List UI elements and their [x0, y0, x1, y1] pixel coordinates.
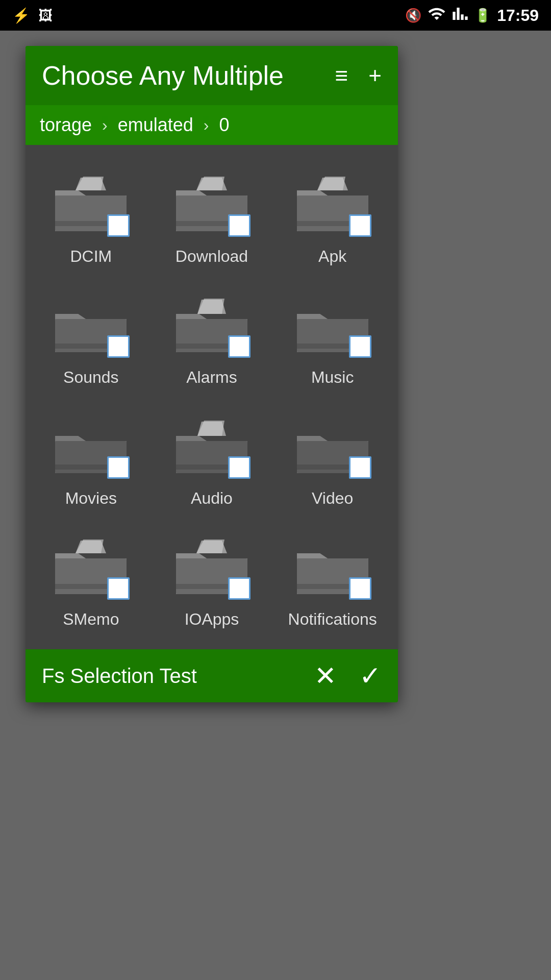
- dialog-footer: Fs Selection Test ✕ ✓: [26, 649, 398, 702]
- svg-marker-25: [176, 314, 207, 319]
- folder-icon-wrapper: [171, 288, 253, 360]
- folder-name-audio: Audio: [191, 489, 233, 508]
- svg-marker-17: [317, 177, 345, 190]
- folder-checkbox-apk[interactable]: [349, 214, 371, 237]
- folder-name-notifications: Notifications: [288, 610, 377, 629]
- folder-item-sounds[interactable]: Sounds: [31, 276, 152, 397]
- folder-icon-wrapper: [50, 167, 132, 239]
- svg-marker-15: [297, 190, 328, 195]
- folder-item-smemo[interactable]: SMemo: [31, 518, 152, 639]
- folder-checkbox-ioapps[interactable]: [228, 577, 251, 600]
- folder-name-ioapps: IOApps: [185, 610, 239, 629]
- folder-checkbox-download[interactable]: [228, 214, 251, 237]
- battery-icon: 🔋: [474, 8, 491, 23]
- folder-name-smemo: SMemo: [63, 610, 119, 629]
- breadcrumb-sep-1: ›: [102, 116, 108, 135]
- svg-marker-49: [55, 553, 86, 558]
- folder-item-video[interactable]: Video: [272, 397, 393, 518]
- folder-icon-wrapper: [171, 409, 253, 481]
- dialog-header: Choose Any Multiple ≡ +: [26, 46, 398, 105]
- folder-name-apk: Apk: [318, 247, 346, 266]
- folder-name-download: Download: [176, 247, 248, 266]
- add-icon[interactable]: +: [368, 63, 382, 88]
- svg-marker-31: [297, 314, 328, 319]
- svg-marker-21: [55, 314, 86, 319]
- status-bar: ⚡ 🖼 🔇 🔋 17:59: [0, 0, 551, 31]
- svg-marker-55: [176, 553, 207, 558]
- breadcrumb: torage › emulated › 0: [26, 105, 398, 145]
- folder-icon-wrapper: [50, 288, 132, 360]
- folder-icon-wrapper: [50, 409, 132, 481]
- cancel-button[interactable]: ✕: [314, 660, 337, 691]
- usb-icon: ⚡: [12, 7, 30, 24]
- folder-item-apk[interactable]: Apk: [272, 155, 393, 276]
- folder-name-alarms: Alarms: [186, 368, 237, 387]
- folder-name-dcim: DCIM: [70, 247, 112, 266]
- folder-item-movies[interactable]: Movies: [31, 397, 152, 518]
- folder-checkbox-video[interactable]: [349, 456, 371, 479]
- svg-marker-11: [196, 177, 224, 190]
- svg-marker-39: [176, 436, 207, 441]
- folder-icon-wrapper: [50, 530, 132, 602]
- signal-icon: [452, 6, 468, 26]
- breadcrumb-storage[interactable]: torage: [40, 114, 92, 136]
- folder-checkbox-sounds[interactable]: [107, 335, 130, 358]
- footer-actions: ✕ ✓: [314, 660, 382, 691]
- image-icon: 🖼: [38, 7, 53, 24]
- folder-checkbox-music[interactable]: [349, 335, 371, 358]
- folder-icon-wrapper: [292, 530, 373, 602]
- folder-checkbox-movies[interactable]: [107, 456, 130, 479]
- filter-icon[interactable]: ≡: [335, 63, 348, 88]
- wifi-icon: [428, 5, 446, 27]
- folder-name-video: Video: [312, 489, 353, 508]
- svg-marker-5: [76, 177, 104, 190]
- folder-item-notifications[interactable]: Notifications: [272, 518, 393, 639]
- folder-checkbox-alarms[interactable]: [228, 335, 251, 358]
- svg-marker-57: [196, 540, 224, 553]
- folder-item-dcim[interactable]: DCIM: [31, 155, 152, 276]
- status-bar-right: 🔇 🔋 17:59: [405, 5, 539, 27]
- svg-marker-61: [297, 553, 328, 558]
- folder-item-alarms[interactable]: Alarms: [152, 276, 272, 397]
- folder-name-music: Music: [311, 368, 354, 387]
- footer-title: Fs Selection Test: [42, 665, 197, 688]
- folder-icon-wrapper: [171, 530, 253, 602]
- folder-checkbox-dcim[interactable]: [107, 214, 130, 237]
- folder-icon-wrapper: [292, 167, 373, 239]
- header-icons: ≡ +: [335, 63, 382, 88]
- svg-marker-3: [55, 190, 86, 195]
- folder-item-download[interactable]: Download: [152, 155, 272, 276]
- svg-marker-45: [297, 436, 328, 441]
- svg-marker-35: [55, 436, 86, 441]
- status-bar-left: ⚡ 🖼: [12, 7, 53, 24]
- folder-name-sounds: Sounds: [63, 368, 119, 387]
- breadcrumb-0[interactable]: 0: [219, 114, 230, 136]
- breadcrumb-emulated[interactable]: emulated: [118, 114, 193, 136]
- folder-checkbox-audio[interactable]: [228, 456, 251, 479]
- folder-icon-wrapper: [292, 288, 373, 360]
- confirm-button[interactable]: ✓: [359, 660, 382, 691]
- folder-name-movies: Movies: [65, 489, 117, 508]
- svg-marker-51: [76, 540, 104, 553]
- folder-item-audio[interactable]: Audio: [152, 397, 272, 518]
- folder-checkbox-notifications[interactable]: [349, 577, 371, 600]
- folder-icon-wrapper: [292, 409, 373, 481]
- folder-grid: DCIM Download: [26, 145, 398, 649]
- folder-item-ioapps[interactable]: IOApps: [152, 518, 272, 639]
- status-time: 17:59: [497, 6, 539, 25]
- mute-icon: 🔇: [405, 8, 421, 23]
- file-chooser-dialog: Choose Any Multiple ≡ + torage › emulate…: [26, 46, 398, 702]
- folder-icon-wrapper: [171, 167, 253, 239]
- breadcrumb-sep-2: ›: [204, 116, 209, 135]
- svg-marker-9: [176, 190, 207, 195]
- folder-item-music[interactable]: Music: [272, 276, 393, 397]
- folder-checkbox-smemo[interactable]: [107, 577, 130, 600]
- dialog-title: Choose Any Multiple: [42, 60, 284, 91]
